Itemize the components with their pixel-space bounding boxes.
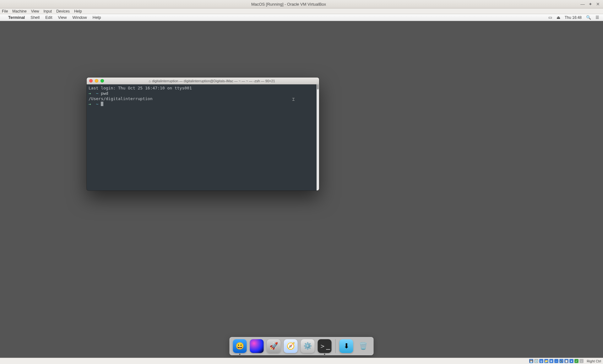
display-icon[interactable]: ▭	[548, 15, 552, 20]
dock-item-trash[interactable]: 🗑️	[356, 339, 370, 353]
vbox-menu-input[interactable]: Input	[44, 9, 52, 13]
terminal-maximize-button[interactable]	[100, 79, 104, 83]
dock-item-settings[interactable]: ⚙️	[301, 339, 315, 353]
terminal-window[interactable]: ⌂ digitalinterruption — digitalinterrupt…	[87, 78, 319, 190]
virtualbox-status-icons: 💾 💿 ψ 📁 🖥 ↔ 🔊 📋 ● ✓ ↓	[529, 359, 584, 363]
virtualbox-window-buttons: — ✦ ✕	[577, 2, 603, 7]
dock-item-finder[interactable]: 😀	[233, 339, 247, 353]
macos-menu-window[interactable]: Window	[73, 15, 87, 20]
terminal-title-text: digitalinterruption — digitalinterruptio…	[152, 79, 275, 83]
terminal-traffic-lights	[89, 79, 104, 83]
macos-menu-shell[interactable]: Shell	[30, 15, 40, 20]
vbox-menu-view[interactable]: View	[31, 9, 39, 13]
dock-item-launchpad[interactable]: 🚀	[267, 339, 281, 353]
vbox-display-icon[interactable]: 🖥	[549, 359, 553, 363]
running-indicator-dot	[324, 354, 325, 355]
virtualbox-window-title: MacOS [Running] - Oracle VM VirtualBox	[0, 2, 577, 7]
terminal-body[interactable]: Last login: Thu Oct 25 16:47:10 on ttys0…	[87, 84, 319, 190]
terminal-window-title: ⌂ digitalinterruption — digitalinterrupt…	[107, 79, 317, 83]
terminal-command-pwd: pwd	[101, 91, 108, 96]
close-button[interactable]: ✕	[596, 2, 600, 7]
macos-app-name[interactable]: Terminal	[8, 15, 25, 20]
virtualbox-host-key: Right Ctrl	[587, 359, 601, 363]
vbox-harddisk-icon[interactable]: 💾	[529, 359, 533, 363]
terminal-minimize-button[interactable]	[95, 79, 98, 83]
vbox-menu-file[interactable]: File	[2, 9, 8, 13]
dock-item-downloads[interactable]: ⬇	[340, 339, 353, 353]
terminal-scrollbar[interactable]	[317, 84, 319, 190]
vbox-usb-icon[interactable]: ψ	[539, 359, 543, 363]
macos-menu-help[interactable]: Help	[93, 15, 101, 20]
vbox-mouse-icon[interactable]: ↓	[579, 359, 584, 363]
macos-app-menus: Terminal Shell Edit View Window Help	[8, 15, 101, 20]
vbox-clipboard-icon[interactable]: 📋	[564, 359, 568, 363]
macos-dock: 😀 🚀 🧭 ⚙️ ＞_ ⬇ 🗑️	[230, 337, 374, 355]
home-icon: ⌂	[149, 79, 151, 83]
virtualbox-statusbar: 💾 💿 ψ 📁 🖥 ↔ 🔊 📋 ● ✓ ↓ Right Ctrl	[0, 358, 603, 364]
vbox-audio-icon[interactable]: 🔊	[559, 359, 563, 363]
macos-menu-edit[interactable]: Edit	[45, 15, 52, 20]
vbox-cd-icon[interactable]: 💿	[534, 359, 538, 363]
spotlight-icon[interactable]: 🔍	[586, 15, 591, 20]
terminal-last-login: Last login: Thu Oct 25 16:47:10 on ttys0…	[89, 86, 192, 90]
maximize-button[interactable]: ✦	[589, 2, 592, 7]
prompt-arrow: →	[89, 102, 91, 106]
vbox-menu-machine[interactable]: Machine	[12, 9, 26, 13]
terminal-pwd-output: /Users/digitalinterruption	[89, 96, 153, 101]
vbox-shared-folder-icon[interactable]: 📁	[544, 359, 548, 363]
vbox-network-icon[interactable]: ↔	[554, 359, 558, 363]
vbox-menu-devices[interactable]: Devices	[56, 9, 70, 13]
minimize-button[interactable]: —	[580, 2, 585, 7]
eject-icon[interactable]: ⏏	[557, 15, 560, 20]
macos-menubar: Terminal Shell Edit View Window Help ▭ ⏏…	[0, 14, 603, 21]
virtualbox-titlebar: MacOS [Running] - Oracle VM VirtualBox —…	[0, 0, 603, 8]
prompt-arrow: →	[89, 91, 91, 96]
list-icon[interactable]: ☰	[595, 15, 599, 20]
macos-menubar-tray: ▭ ⏏ Thu 16:48 🔍 ☰	[548, 15, 599, 20]
dock-item-terminal[interactable]: ＞_	[318, 339, 332, 353]
running-indicator-dot	[239, 354, 241, 355]
terminal-titlebar[interactable]: ⌂ digitalinterruption — digitalinterrupt…	[87, 78, 319, 84]
text-cursor-icon: ⌶	[292, 97, 295, 102]
vbox-cpu-icon[interactable]: ✓	[574, 359, 579, 363]
vbox-menu-help[interactable]: Help	[74, 9, 82, 13]
prompt-tilde: ~	[96, 102, 98, 106]
prompt-tilde: ~	[96, 91, 98, 96]
macos-menu-view[interactable]: View	[58, 15, 67, 20]
terminal-scrollbar-thumb[interactable]	[317, 84, 319, 89]
dock-item-siri[interactable]	[250, 339, 264, 353]
terminal-cursor	[101, 102, 103, 106]
macos-clock[interactable]: Thu 16:48	[565, 15, 582, 20]
virtualbox-menubar: File Machine View Input Devices Help	[0, 8, 603, 14]
dock-separator	[335, 339, 336, 353]
terminal-close-button[interactable]	[89, 79, 93, 83]
vbox-recording-icon[interactable]: ●	[569, 359, 573, 363]
macos-desktop[interactable]: ⌂ digitalinterruption — digitalinterrupt…	[0, 21, 603, 358]
dock-item-safari[interactable]: 🧭	[284, 339, 298, 353]
guest-screen: Terminal Shell Edit View Window Help ▭ ⏏…	[0, 14, 603, 358]
